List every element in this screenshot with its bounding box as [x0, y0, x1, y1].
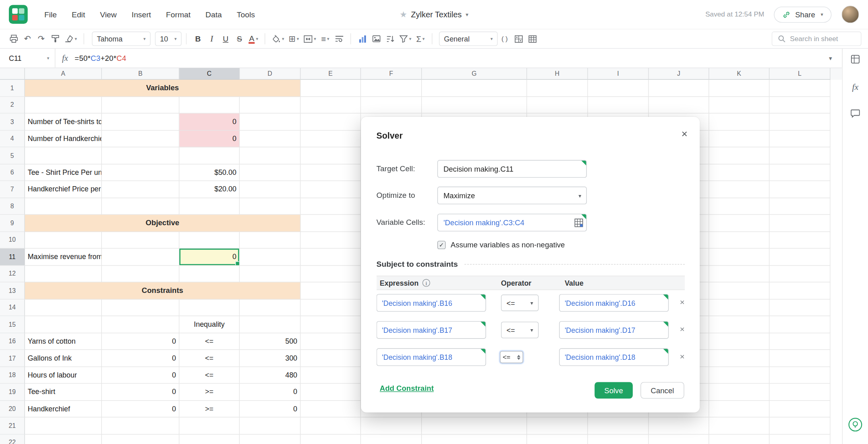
remove-constraint-button[interactable]: ×: [680, 297, 685, 307]
constraint-value-input[interactable]: 'Decision making'.D17: [559, 321, 669, 339]
cell-L11[interactable]: [769, 249, 830, 266]
column-header-E[interactable]: E: [300, 68, 361, 80]
cell-E18[interactable]: [300, 367, 361, 384]
cell-A5[interactable]: [25, 147, 102, 164]
number-format-select[interactable]: General▾: [439, 31, 498, 46]
cell-D2[interactable]: [240, 97, 300, 114]
cell-E2[interactable]: [300, 97, 361, 114]
cell-H1[interactable]: [527, 80, 588, 97]
cell-D8[interactable]: [240, 198, 300, 215]
row-header-4[interactable]: 4: [0, 131, 25, 147]
borders-button[interactable]: ⊞▾: [286, 31, 301, 46]
cell-B3[interactable]: [102, 114, 179, 131]
range-picker-icon[interactable]: [574, 218, 583, 229]
cell-B8[interactable]: [102, 198, 179, 215]
row-header-12[interactable]: 12: [0, 266, 25, 282]
cell-H21[interactable]: [527, 417, 588, 434]
cell-L22[interactable]: [769, 434, 830, 444]
cell-K12[interactable]: [709, 266, 770, 282]
row-header-8[interactable]: 8: [0, 198, 25, 215]
cell-I21[interactable]: [588, 417, 649, 434]
cell-C18[interactable]: <=: [179, 367, 240, 384]
column-header-K[interactable]: K: [709, 68, 770, 80]
cell-B17[interactable]: 0: [102, 350, 179, 367]
cell-L20[interactable]: [769, 400, 830, 417]
cell-D21[interactable]: [240, 417, 300, 434]
cell-K20[interactable]: [709, 400, 770, 417]
row-header-22[interactable]: 22: [0, 434, 25, 444]
cell-E5[interactable]: [300, 147, 361, 164]
document-title-text[interactable]: Zylker Textiles: [411, 10, 462, 19]
cell-D18[interactable]: 480: [240, 367, 300, 384]
cell-D6[interactable]: [240, 164, 300, 181]
cell-A17[interactable]: Gallons of Ink: [25, 350, 102, 367]
cell-B22[interactable]: [102, 434, 179, 444]
constraint-expression-input[interactable]: 'Decision making'.B17: [377, 321, 486, 339]
sheet-search[interactable]: [772, 31, 862, 46]
cell-K10[interactable]: [709, 232, 770, 249]
user-avatar[interactable]: [841, 6, 859, 23]
cell-K4[interactable]: [709, 131, 770, 147]
cell-J21[interactable]: [649, 417, 709, 434]
cell-K8[interactable]: [709, 198, 770, 215]
cell-E15[interactable]: [300, 316, 361, 333]
optimize-select[interactable]: Maximize ▾: [437, 187, 587, 204]
cell-B4[interactable]: [102, 131, 179, 147]
row-header-13[interactable]: 13: [0, 282, 25, 299]
cell-A19[interactable]: Tee-shirt: [25, 384, 102, 400]
cell-L5[interactable]: [769, 147, 830, 164]
row-header-6[interactable]: 6: [0, 164, 25, 181]
row-header-7[interactable]: 7: [0, 181, 25, 198]
cell-F1[interactable]: [361, 80, 422, 97]
cell-G1[interactable]: [422, 80, 527, 97]
title-caret-icon[interactable]: ▾: [466, 11, 468, 17]
cell-G21[interactable]: [422, 417, 527, 434]
cell-L3[interactable]: [769, 114, 830, 131]
cell-K19[interactable]: [709, 384, 770, 400]
cell-H22[interactable]: [527, 434, 588, 444]
column-header-A[interactable]: A: [25, 68, 102, 80]
menu-tools[interactable]: Tools: [237, 10, 255, 19]
cell-B15[interactable]: [102, 316, 179, 333]
cell-D3[interactable]: [240, 114, 300, 131]
merged-band-1[interactable]: Variables: [25, 80, 300, 97]
solve-button[interactable]: Solve: [595, 382, 633, 398]
bold-button[interactable]: B: [191, 31, 205, 46]
cell-K6[interactable]: [709, 164, 770, 181]
comments-icon[interactable]: [850, 108, 860, 120]
document-title[interactable]: ★ Zylker Textiles ▾: [400, 9, 468, 19]
cell-L8[interactable]: [769, 198, 830, 215]
cell-C15[interactable]: Inequality: [179, 316, 240, 333]
cell-D17[interactable]: 300: [240, 350, 300, 367]
cell-C12[interactable]: [179, 266, 240, 282]
cell-E3[interactable]: [300, 114, 361, 131]
cell-K21[interactable]: [709, 417, 770, 434]
cell-L13[interactable]: [769, 282, 830, 299]
cell-A20[interactable]: Handkerchief: [25, 400, 102, 417]
cell-A7[interactable]: Handkerchief Price per lot: [25, 181, 102, 198]
cell-C3[interactable]: 0: [179, 114, 240, 131]
fill-color-button[interactable]: ▾: [270, 31, 286, 46]
cell-J22[interactable]: [649, 434, 709, 444]
cell-L2[interactable]: [769, 97, 830, 114]
format-painter-button[interactable]: [48, 31, 62, 46]
row-header-17[interactable]: 17: [0, 350, 25, 367]
column-header-I[interactable]: I: [588, 68, 649, 80]
cell-F22[interactable]: [361, 434, 422, 444]
cell-A15[interactable]: [25, 316, 102, 333]
insert-chart-button[interactable]: [355, 31, 369, 46]
constraint-value-input[interactable]: 'Decision making'.D16: [559, 294, 669, 312]
cell-D22[interactable]: [240, 434, 300, 444]
cell-D11[interactable]: [240, 249, 300, 266]
cell-B18[interactable]: 0: [102, 367, 179, 384]
cell-C21[interactable]: [179, 417, 240, 434]
cell-K15[interactable]: [709, 316, 770, 333]
cell-C6[interactable]: $50.00: [179, 164, 240, 181]
cell-B6[interactable]: [102, 164, 179, 181]
name-box-chevron-icon[interactable]: ▾: [47, 56, 50, 60]
font-family-select[interactable]: Tahoma▾: [92, 31, 151, 46]
cell-B20[interactable]: 0: [102, 400, 179, 417]
formula-input[interactable]: =50*C3+20*C4: [75, 54, 126, 62]
search-input[interactable]: [790, 35, 855, 43]
cell-C19[interactable]: >=: [179, 384, 240, 400]
